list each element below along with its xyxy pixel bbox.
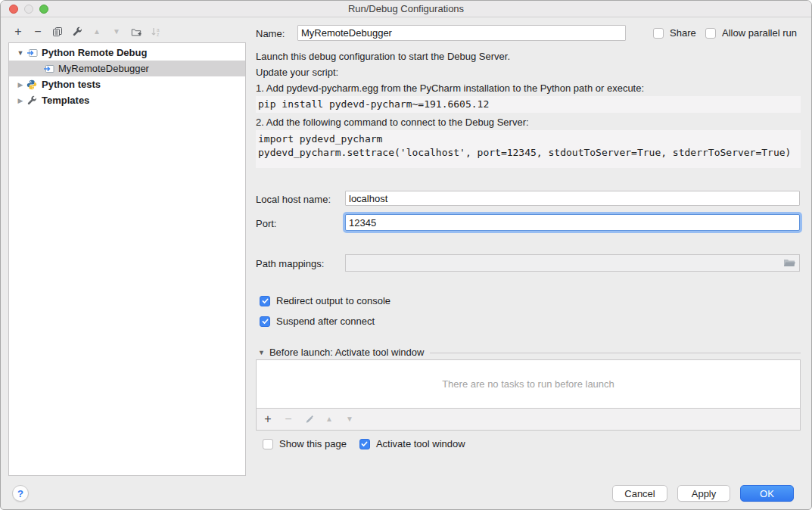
expand-icon[interactable]: ▶: [15, 97, 26, 104]
local-host-name-input[interactable]: [345, 191, 800, 206]
instruction-line-2: Update your script:: [256, 67, 338, 78]
title-bar: Run/Debug Configurations: [1, 1, 811, 17]
allow-parallel-run-checkbox-row: Allow parallel run: [705, 27, 797, 39]
code-line-import: import pydevd_pycharm: [258, 132, 801, 146]
remove-task-button: −: [283, 413, 294, 425]
tree-item-label: MyRemoteDebugger: [58, 63, 149, 74]
allow-parallel-run-label[interactable]: Allow parallel run: [722, 27, 797, 39]
bottom-options-row: Show this page Activate tool window: [263, 438, 465, 449]
remote-debug-icon: [26, 48, 38, 58]
move-task-down-button: ▼: [344, 413, 355, 425]
add-task-button[interactable]: +: [263, 413, 273, 425]
activate-tool-window-label[interactable]: Activate tool window: [376, 438, 465, 449]
close-window-button[interactable]: [9, 5, 18, 14]
tree-item-label: Templates: [42, 95, 89, 106]
tree-item-my-remote-debugger[interactable]: MyRemoteDebugger: [9, 61, 245, 76]
port-input[interactable]: [345, 214, 800, 231]
name-input[interactable]: [297, 25, 626, 41]
redirect-output-checkbox[interactable]: [260, 296, 270, 306]
tree-item-python-remote-debug[interactable]: ▼ Python Remote Debug: [9, 45, 245, 61]
help-button[interactable]: ?: [12, 485, 29, 502]
pip-install-code-block: pip install pydevd-pycharm~=191.6605.12: [256, 96, 801, 113]
sort-alphabetically-icon: az: [151, 26, 161, 38]
browse-folder-icon[interactable]: [783, 258, 795, 268]
python-icon: [26, 79, 38, 90]
local-host-name-label: Local host name:: [256, 194, 331, 205]
move-task-up-button: ▲: [324, 413, 334, 425]
section-rule: [430, 353, 801, 353]
move-down-button: ▼: [111, 26, 122, 38]
copy-configuration-icon[interactable]: [52, 26, 63, 38]
share-label[interactable]: Share: [670, 27, 696, 39]
new-folder-icon[interactable]: [131, 26, 142, 38]
no-tasks-message: There are no tasks to run before launch: [442, 378, 614, 390]
tree-item-templates[interactable]: ▶ Templates: [9, 92, 245, 108]
tree-item-python-tests[interactable]: ▶ Python tests: [9, 76, 245, 92]
move-up-button: ▲: [92, 26, 102, 38]
path-mappings-field[interactable]: [345, 254, 800, 272]
instruction-step-1: 1. Add pydevd-pycharm.egg from the PyCha…: [256, 82, 644, 94]
show-this-page-checkbox[interactable]: [263, 439, 273, 449]
tree-item-label: Python Remote Debug: [42, 47, 147, 58]
edit-templates-wrench-icon[interactable]: [72, 26, 82, 38]
apply-button[interactable]: Apply: [677, 485, 730, 502]
configurations-toolbar: + − ▲ ▼ az: [13, 23, 161, 41]
svg-text:z: z: [157, 32, 159, 37]
collapse-icon[interactable]: ▼: [258, 349, 265, 356]
show-this-page-label[interactable]: Show this page: [279, 438, 347, 449]
show-this-page-row: Show this page: [263, 438, 347, 449]
before-launch-toolbar: + − ▲ ▼: [256, 408, 801, 431]
path-mappings-label: Path mappings:: [256, 258, 324, 269]
activate-tool-window-checkbox[interactable]: [359, 439, 370, 449]
edit-task-pencil-icon: [303, 413, 314, 425]
share-checkbox[interactable]: [653, 28, 664, 39]
cancel-button[interactable]: Cancel: [612, 485, 667, 502]
redirect-output-label[interactable]: Redirect output to console: [276, 295, 390, 306]
remove-configuration-button[interactable]: −: [33, 26, 43, 38]
redirect-output-row: Redirect output to console: [260, 295, 390, 306]
activate-tool-window-row: Activate tool window: [359, 438, 465, 449]
window-title: Run/Debug Configurations: [1, 1, 811, 17]
before-launch-task-list[interactable]: There are no tasks to run before launch: [256, 359, 801, 409]
collapse-icon[interactable]: ▼: [15, 49, 26, 57]
suspend-after-connect-checkbox[interactable]: [260, 316, 270, 327]
port-label: Port:: [256, 218, 276, 229]
minimize-window-button: [24, 5, 33, 14]
wrench-icon: [26, 95, 38, 106]
suspend-after-connect-label[interactable]: Suspend after connect: [276, 316, 375, 327]
code-line-settrace: pydevd_pycharm.settrace('localhost', por…: [258, 146, 801, 160]
before-launch-title: Before launch: Activate tool window: [269, 347, 425, 358]
instruction-step-2: 2. Add the following command to connect …: [256, 117, 529, 128]
allow-parallel-run-checkbox[interactable]: [705, 28, 716, 39]
ok-button[interactable]: OK: [740, 485, 794, 502]
add-configuration-button[interactable]: +: [13, 26, 23, 38]
before-launch-section-header: ▼ Before launch: Activate tool window: [258, 347, 801, 358]
zoom-window-button[interactable]: [39, 5, 48, 14]
configurations-tree: ▼ Python Remote Debug MyRemoteDebugger ▶…: [8, 42, 246, 476]
suspend-after-connect-row: Suspend after connect: [260, 316, 375, 327]
remote-debug-icon: [42, 64, 54, 74]
settrace-code-block: import pydevd_pycharm pydevd_pycharm.set…: [256, 130, 801, 168]
tree-item-label: Python tests: [42, 79, 101, 90]
share-checkbox-row: Share: [653, 27, 696, 39]
run-debug-configurations-dialog: Run/Debug Configurations + − ▲ ▼ az ▼ Py…: [0, 0, 812, 510]
expand-icon[interactable]: ▶: [15, 81, 26, 89]
name-label: Name:: [256, 28, 285, 39]
instruction-line-1: Launch this debug configuration to start…: [256, 51, 510, 62]
